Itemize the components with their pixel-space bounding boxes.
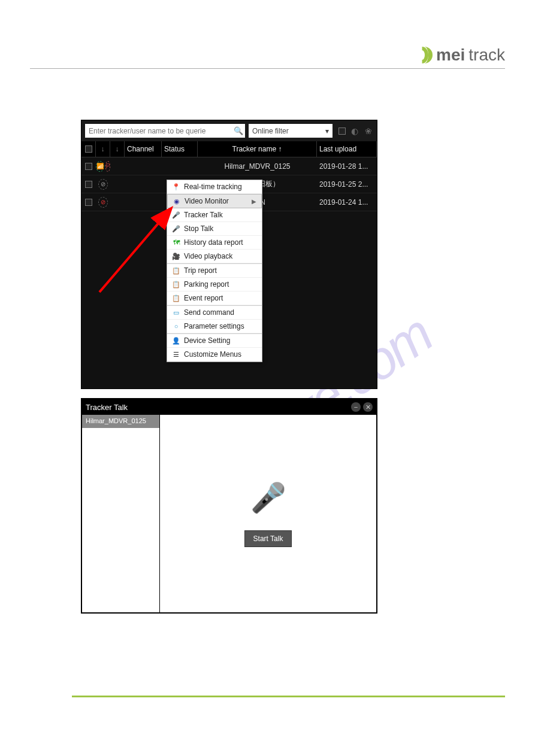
menu-trip-report[interactable]: 📋 Trip report — [167, 264, 262, 278]
brand-track: track — [468, 45, 505, 65]
command-icon: ▭ — [172, 309, 180, 317]
col-tracker-name[interactable]: Tracker name ↑ — [198, 141, 317, 157]
menu-video-playback[interactable]: 🎥 Video playback — [167, 250, 262, 263]
toolbar: 🔍 Online filter ▾ ◐ ❀ — [81, 120, 377, 141]
brand-logo: meitrack — [416, 45, 505, 65]
device-entry-label: Hilmar_MDVR_0125 — [86, 417, 146, 424]
park-icon: P — [105, 161, 111, 172]
menu-label: Real-time tracking — [184, 183, 242, 191]
talk-main: 🎤 Start Talk — [160, 415, 376, 612]
filter-label: Online filter — [252, 127, 289, 135]
online-filter-select[interactable]: Online filter ▾ — [249, 124, 333, 138]
brand-mei: mei — [436, 45, 465, 65]
minimize-icon[interactable]: − — [351, 402, 361, 412]
chevron-down-icon: ▾ — [325, 127, 329, 135]
page-header: meitrack — [30, 42, 505, 69]
tracker-talk-panel: Tracker Talk − ✕ Hilmar_MDVR_0125 🎤 Star… — [81, 398, 377, 614]
menu-label: Parameter settings — [184, 322, 244, 330]
menu-label: Video playback — [184, 252, 232, 260]
parking-report-icon: 📋 — [172, 281, 180, 289]
menu-label: Stop Talk — [184, 224, 213, 233]
list-icon: ☰ — [172, 351, 180, 359]
sort-down-icon[interactable]: ↓ — [96, 141, 110, 157]
menu-label: Customize Menus — [184, 350, 241, 359]
table-header: ↓ ↓ Channel Status Tracker name ↑ Last u… — [81, 141, 377, 157]
last-upload: 2019-01-28 1... — [317, 162, 377, 171]
menu-label: Parking report — [184, 280, 229, 289]
microphone-icon: 🎤 — [250, 481, 286, 515]
menu-customize-menus[interactable]: ☰ Customize Menus — [167, 348, 262, 362]
offline-icon: ⊘ — [98, 179, 108, 190]
settings-icon: ○ — [172, 323, 180, 330]
tracker-name: Hilmar_MDVR_0125 — [198, 162, 317, 171]
context-menu: 📍 Real-time tracking ◉ Video Monitor ▶ 🎤… — [167, 180, 262, 362]
col-status[interactable]: Status — [162, 141, 198, 157]
menu-parameter-settings[interactable]: ○ Parameter settings — [167, 320, 262, 333]
sort-down-icon-2[interactable]: ↓ — [110, 141, 125, 157]
pin-icon: 📍 — [172, 183, 180, 191]
menu-video-monitor[interactable]: ◉ Video Monitor ▶ — [167, 194, 262, 208]
menu-parking-report[interactable]: 📋 Parking report — [167, 278, 262, 292]
menu-send-command[interactable]: ▭ Send command — [167, 306, 262, 320]
last-upload: 2019-01-24 1... — [317, 198, 377, 207]
search-input[interactable] — [85, 124, 232, 138]
menu-label: Device Setting — [184, 336, 230, 345]
menu-device-setting[interactable]: 👤 Device Setting — [167, 334, 262, 348]
mic-icon: 🎤 — [172, 211, 180, 219]
menu-tracker-talk[interactable]: 🎤 Tracker Talk — [167, 208, 262, 222]
eye-icon: ◉ — [173, 198, 181, 205]
tracker-talk-body: Hilmar_MDVR_0125 🎤 Start Talk — [82, 415, 376, 612]
col-channel[interactable]: Channel — [125, 141, 162, 157]
menu-realtime-tracking[interactable]: 📍 Real-time tracking — [167, 180, 262, 194]
report-icon: 📋 — [172, 267, 180, 275]
menu-label: History data report — [184, 238, 243, 247]
brand-mark-icon — [416, 47, 433, 63]
menu-stop-talk[interactable]: 🎤 Stop Talk — [167, 222, 262, 236]
close-icon[interactable]: ✕ — [363, 402, 373, 412]
map-icon: 🗺 — [172, 239, 180, 246]
event-report-icon: 📋 — [172, 294, 180, 302]
signal-icon: 📶 — [96, 161, 104, 172]
offline-alert-icon: ⊘ — [98, 197, 108, 208]
menu-label: Trip report — [184, 266, 217, 275]
tracker-talk-header: Tracker Talk − ✕ — [82, 399, 376, 415]
search-icon[interactable]: 🔍 — [232, 124, 245, 138]
start-talk-button[interactable]: Start Talk — [244, 530, 292, 547]
menu-history-data[interactable]: 🗺 History data report — [167, 236, 262, 250]
menu-label: Event report — [184, 294, 223, 302]
video-icon: 🎥 — [172, 253, 180, 260]
menu-label: Send command — [184, 308, 234, 317]
row-checkbox[interactable] — [85, 199, 92, 206]
row-checkbox[interactable] — [85, 181, 92, 188]
refresh-icon[interactable]: ◐ — [349, 126, 359, 136]
row-checkbox[interactable] — [85, 163, 92, 170]
footer-divider — [72, 696, 505, 697]
tracker-talk-title: Tracker Talk — [86, 403, 128, 412]
col-last-upload[interactable]: Last upload — [317, 141, 377, 157]
toolbar-checkbox[interactable] — [338, 127, 346, 135]
menu-event-report[interactable]: 📋 Event report — [167, 292, 262, 305]
header-checkbox[interactable] — [85, 145, 92, 153]
submenu-arrow-icon: ▶ — [252, 198, 256, 205]
menu-label: Tracker Talk — [184, 211, 223, 219]
mic-off-icon: 🎤 — [172, 225, 180, 233]
device-entry[interactable]: Hilmar_MDVR_0125 — [82, 415, 159, 428]
globe-icon[interactable]: ❀ — [363, 126, 373, 136]
start-talk-label: Start Talk — [253, 535, 283, 543]
device-list: Hilmar_MDVR_0125 — [82, 415, 160, 612]
last-upload: 2019-01-25 2... — [317, 180, 377, 189]
menu-label: Video Monitor — [185, 197, 229, 205]
user-icon: 👤 — [172, 337, 180, 345]
table-row[interactable]: 📶 P Hilmar_MDVR_0125 2019-01-28 1... — [81, 157, 377, 175]
